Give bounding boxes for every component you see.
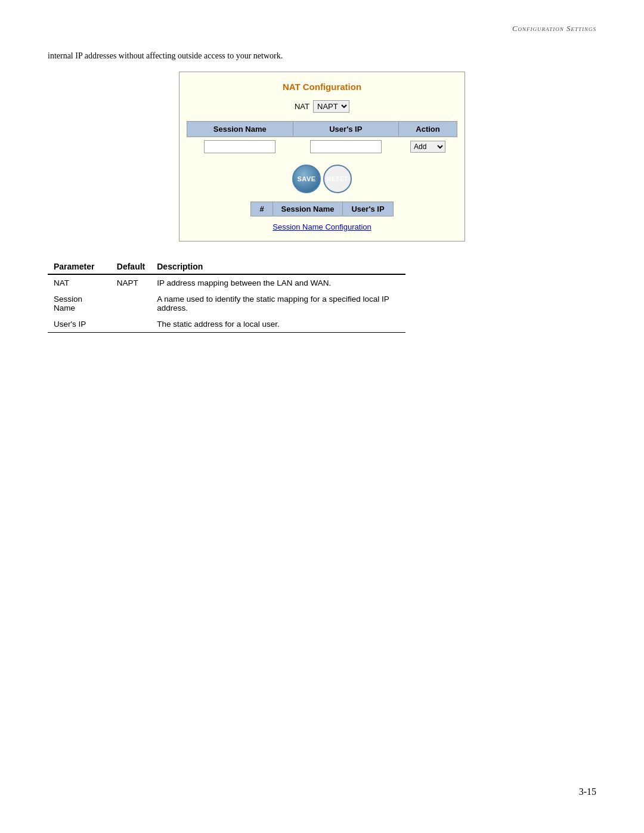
param-name: Session Name (48, 291, 111, 316)
table-row: Add Delete (187, 137, 457, 157)
param-description: A name used to identify the static mappi… (151, 291, 405, 316)
param-default (111, 291, 151, 316)
param-default (111, 316, 151, 333)
session-name-input[interactable] (204, 140, 275, 153)
param-header-default: Default (111, 259, 151, 274)
param-name: NAT (48, 274, 111, 291)
page-header: Configuration Settings (48, 24, 596, 33)
param-table: Parameter Default Description NATNAPTIP … (48, 259, 405, 333)
nat-select[interactable]: NAPT NAT (313, 100, 349, 113)
param-description: The static address for a local user. (151, 316, 405, 333)
param-header-parameter: Parameter (48, 259, 111, 274)
col-header-session-name: Session Name (187, 122, 293, 137)
nat-config-title: NAT Configuration (187, 82, 457, 92)
list-col-users-ip: User's IP (343, 202, 393, 216)
config-table: Session Name User's IP Action Add (187, 121, 457, 156)
intro-text: internal IP addresses without affecting … (48, 51, 596, 61)
param-description: IP address mapping between the LAN and W… (151, 274, 405, 291)
action-cell: Add Delete (399, 137, 457, 157)
button-row: SAVE RESET (187, 165, 457, 193)
param-default: NAPT (111, 274, 151, 291)
reset-button[interactable]: RESET (323, 165, 352, 193)
nat-config-box: NAT Configuration NAT NAPT NAT Session N… (179, 72, 465, 241)
users-ip-input[interactable] (310, 140, 382, 153)
col-header-users-ip: User's IP (293, 122, 399, 137)
param-name: User's IP (48, 316, 111, 333)
param-row: User's IPThe static address for a local … (48, 316, 405, 333)
list-col-hash: # (251, 202, 273, 216)
nat-selector-row: NAT NAPT NAT (187, 100, 457, 113)
save-button[interactable]: SAVE (292, 165, 321, 193)
param-row: NATNAPTIP address mapping between the LA… (48, 274, 405, 291)
nat-label: NAT (295, 102, 309, 111)
list-col-session-name: Session Name (273, 202, 343, 216)
page-container: Configuration Settings internal IP addre… (0, 0, 644, 833)
list-table: # Session Name User's IP (250, 202, 393, 216)
page-number: 3-15 (579, 786, 596, 797)
users-ip-cell (293, 137, 399, 157)
session-name-cell (187, 137, 293, 157)
session-name-config-link[interactable]: Session Name Configuration (187, 222, 457, 231)
param-row: Session NameA name used to identify the … (48, 291, 405, 316)
param-header-description: Description (151, 259, 405, 274)
page-title: Configuration Settings (512, 24, 596, 33)
action-select[interactable]: Add Delete (410, 141, 445, 153)
col-header-action: Action (399, 122, 457, 137)
